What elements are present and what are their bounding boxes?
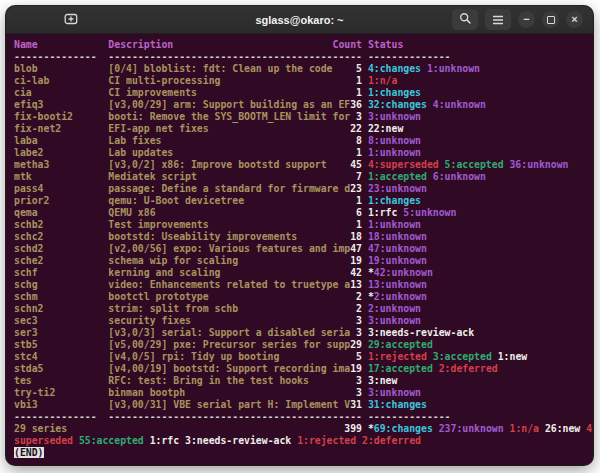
table-row: schb2 Test improvements 1 1:unknown — [14, 219, 585, 231]
status-segment: 3:unknown — [368, 387, 421, 398]
table-row: stda5 [v4,00/19] bootstd: Support record… — [14, 363, 585, 375]
status-segment: -------------- — [368, 51, 451, 62]
row-count: 19 — [350, 363, 362, 374]
status-segment: 26:new — [539, 423, 580, 434]
status-segment: 3:new — [368, 375, 398, 386]
table-row: ci-lab CI multi-processing 1 1:n/a — [14, 75, 585, 87]
row-text: fix-net2 EFI-app net fixes — [14, 123, 350, 134]
status-segment: 1:unknown — [421, 63, 480, 74]
totals-row: 29 series 399 *69:changes 237:unknown 1:… — [14, 423, 585, 435]
close-button[interactable]: × — [566, 11, 583, 28]
status-segment: -------------- — [368, 411, 451, 422]
table-row: pass4 passage: Define a standard for fir… — [14, 183, 585, 195]
row-text: ser3 [v3,0/3] serial: Support a disabled… — [14, 327, 356, 338]
row-count: 19 — [350, 255, 362, 266]
row-count: ----- — [333, 51, 363, 62]
status-segment: 5:accepted — [439, 159, 504, 170]
maximize-icon — [547, 16, 555, 24]
status-segment: 18:unknown — [368, 231, 427, 242]
status-segment: 3:accepted — [427, 351, 492, 362]
status-segment: 22:new — [368, 123, 403, 134]
row-text: -------------- -------------------------… — [14, 411, 333, 422]
row-text: efiq3 [v3,00/29] arm: Support building a… — [14, 99, 350, 110]
row-text: sche2 schema wip for scaling — [14, 255, 350, 266]
status-segment: 237:unknown — [433, 423, 504, 434]
status-segment: 6:unknown — [427, 171, 486, 182]
terminal-screen[interactable]: Name Description Count Status-----------… — [6, 34, 593, 459]
status-segment: 42:unknown — [374, 267, 433, 278]
status-segment: 36:unknown — [504, 159, 569, 170]
status-segment: 32:changes — [368, 99, 427, 110]
row-text: blob [0/4] bloblist: fdt: Clean up the c… — [14, 63, 356, 74]
row-count: Count — [333, 39, 363, 50]
status-segment: 2:unknown — [374, 291, 427, 302]
status-segment: 1:n/a — [368, 75, 398, 86]
row-count: 18 — [350, 231, 362, 242]
table-header-row: Name Description Count Status — [14, 39, 585, 51]
status-segment: 8:unknown — [368, 135, 421, 146]
status-segment: 1:unknown — [368, 147, 421, 158]
table-row: metha3 [v3,0/2] x86: Improve bootstd sup… — [14, 159, 585, 171]
minimize-button[interactable]: − — [518, 11, 535, 28]
separator-row: -------------- -------------------------… — [14, 51, 585, 63]
row-text: schb2 Test improvements — [14, 219, 356, 230]
menu-button[interactable] — [485, 9, 511, 30]
row-text: schn2 strim: split from schb — [14, 303, 356, 314]
status-segment: 1:n/a — [504, 423, 539, 434]
maximize-button[interactable] — [542, 11, 559, 28]
totals-continuation-row: superseded 55:accepted 1:rfc 3:needs-rev… — [14, 435, 585, 447]
status-segment: 2:deferred — [356, 435, 421, 446]
table-row: cia CI improvements 1 1:changes — [14, 87, 585, 99]
table-row: schg video: Enhancements related to true… — [14, 279, 585, 291]
status-segment: 1:new — [492, 351, 527, 362]
table-row: schn2 strim: split from schb 2 2:unknown — [14, 303, 585, 315]
table-row: laba Lab fixes 8 8:unknown — [14, 135, 585, 147]
row-text: schm bootctl prototype — [14, 291, 356, 302]
row-count: 23 — [350, 183, 362, 194]
row-text: vbi3 [v3,00/31] VBE serial part H: Imple… — [14, 399, 350, 410]
table-row: efiq3 [v3,00/29] arm: Support building a… — [14, 99, 585, 111]
status-segment: 29:accepted — [368, 339, 433, 350]
row-count: 399 — [344, 423, 362, 434]
status-segment: 19:unknown — [368, 255, 427, 266]
status-segment: 1:changes — [368, 195, 421, 206]
status-segment: 17:accepted — [368, 363, 433, 374]
titlebar[interactable]: sglass@okaro: ~ — [6, 6, 593, 34]
status-segment: 13:unknown — [368, 279, 427, 290]
row-text: ci-lab CI multi-processing — [14, 75, 356, 86]
status-segment: 4:changes — [368, 63, 421, 74]
row-text: schg video: Enhancements related to true… — [14, 279, 350, 290]
terminal-window: sglass@okaro: ~ — [6, 6, 593, 465]
status-segment: 23:unknown — [368, 183, 427, 194]
status-segment: 69:changes — [374, 423, 433, 434]
search-button[interactable] — [452, 9, 478, 30]
new-tab-button[interactable] — [58, 9, 84, 30]
row-count: ----- — [333, 411, 363, 422]
table-row: mtk Mediatek script 7 1:accepted 6:unkno… — [14, 171, 585, 183]
row-count: 42 — [350, 267, 362, 278]
status-segment: 3:needs-review-ack — [179, 435, 291, 446]
status-segment: 1:rejected — [368, 351, 427, 362]
table-row: schf kerning and scaling 42 *42:unknown — [14, 267, 585, 279]
row-text: stda5 [v4,00/19] bootstd: Support record… — [14, 363, 350, 374]
hamburger-menu-icon — [492, 11, 504, 29]
status-segment: 4:superseded — [368, 159, 439, 170]
row-text: sec3 security fixes — [14, 315, 356, 326]
table-row: fix-booti2 booti: Remove the SYS_BOOTM_L… — [14, 111, 585, 123]
row-text: fix-booti2 booti: Remove the SYS_BOOTM_L… — [14, 111, 356, 122]
close-icon: × — [571, 14, 577, 25]
table-row: tes RFC: test: Bring in the test hooks 3… — [14, 375, 585, 387]
table-row: sche2 schema wip for scaling 19 19:unkno… — [14, 255, 585, 267]
row-count: 36 — [350, 99, 362, 110]
table-row: sec3 security fixes 3 3:unknown — [14, 315, 585, 327]
row-text: -------------- -------------------------… — [14, 51, 333, 62]
row-text: prior2 qemu: U-Boot devicetree — [14, 195, 356, 206]
status-segment: 55:accepted — [73, 435, 144, 446]
row-text: stb5 [v5,00/29] pxe: Precursor series fo… — [14, 339, 350, 350]
status-segment: 1:changes — [368, 87, 421, 98]
status-segment: 3:unknown — [368, 315, 421, 326]
table-row: try-ti2 binman bootph 3 3:unknown — [14, 387, 585, 399]
status-segment: 2:unknown — [368, 303, 421, 314]
row-text: schc2 bootstd: Useability improvements — [14, 231, 350, 242]
status-segment: 31:changes — [368, 399, 427, 410]
